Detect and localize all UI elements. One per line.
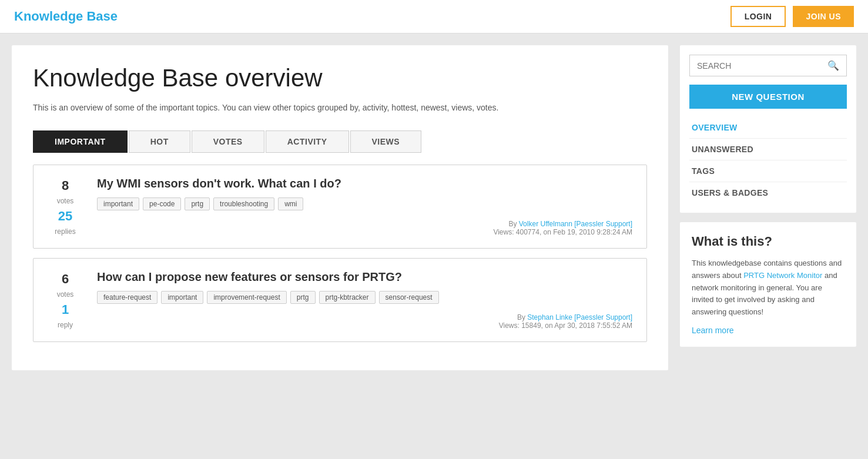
tag[interactable]: wmi <box>278 197 303 210</box>
main-layout: Knowledge Base overview This is an overv… <box>0 33 868 382</box>
question-title[interactable]: My WMI sensors don't work. What can I do… <box>97 177 632 190</box>
reply-count: 25 <box>58 210 72 223</box>
tab-activity[interactable]: ACTIVITY <box>266 130 349 153</box>
tab-important[interactable]: IMPORTANT <box>33 130 128 153</box>
reply-label: reply <box>58 321 73 329</box>
question-title[interactable]: How can I propose new features or sensor… <box>97 270 632 284</box>
vote-count: 6 <box>62 273 69 286</box>
tab-votes[interactable]: VOTES <box>192 130 264 153</box>
sidebar-item-unanswered[interactable]: UNANSWERED <box>689 139 847 160</box>
what-description: This knowledgebase contains questions an… <box>692 257 844 319</box>
page-description: This is an overview of some of the impor… <box>33 102 647 114</box>
sidebar-item-overview[interactable]: OVERVIEW <box>689 117 847 139</box>
reply-label: replies <box>55 227 75 236</box>
tags-row: important pe-code prtg troubleshooting w… <box>97 197 632 210</box>
sidebar: 🔍 NEW QUESTION OVERVIEW UNANSWERED TAGS … <box>680 45 856 370</box>
site-logo[interactable]: Knowledge Base <box>14 9 118 24</box>
search-icon: 🔍 <box>827 60 839 71</box>
author-link[interactable]: Volker Uffelmann [Paessler Support] <box>519 220 632 228</box>
what-panel: What is this? This knowledgebase contain… <box>680 222 856 347</box>
question-body: How can I propose new features or sensor… <box>97 270 632 330</box>
question-views-date: Views: 15849, on Apr 30, 2018 7:55:52 AM <box>499 321 632 330</box>
question-card: 8 votes 25 replies My WMI sensors don't … <box>33 165 647 249</box>
question-body: My WMI sensors don't work. What can I do… <box>97 177 632 236</box>
tag[interactable]: prtg-kbtracker <box>319 291 376 304</box>
vote-count: 8 <box>62 179 69 192</box>
search-input[interactable] <box>697 61 823 71</box>
prtg-link[interactable]: PRTG Network Monitor <box>743 271 822 280</box>
tags-row: feature-request important improvement-re… <box>97 291 632 304</box>
tab-views[interactable]: VIEWS <box>350 130 422 153</box>
tag[interactable]: important <box>97 197 139 210</box>
tag[interactable]: feature-request <box>97 291 157 304</box>
vote-reply-col: 8 votes 25 replies <box>48 177 83 236</box>
question-meta: By Volker Uffelmann [Paessler Support] V… <box>97 220 632 236</box>
page-title: Knowledge Base overview <box>33 64 647 92</box>
vote-reply-col: 6 votes 1 reply <box>48 270 83 329</box>
question-meta: By Stephan Linke [Paessler Support] View… <box>97 313 632 330</box>
tab-hot[interactable]: HOT <box>129 130 190 153</box>
header-buttons: LOGIN JOIN US <box>730 6 854 27</box>
tag[interactable]: improvement-request <box>207 291 286 304</box>
author-link[interactable]: Stephan Linke [Paessler Support] <box>527 313 632 321</box>
question-card: 6 votes 1 reply How can I propose new fe… <box>33 258 647 342</box>
sidebar-nav-panel: 🔍 NEW QUESTION OVERVIEW UNANSWERED TAGS … <box>680 45 856 213</box>
join-button[interactable]: JOIN US <box>793 6 854 27</box>
tag[interactable]: sensor-request <box>379 291 439 304</box>
sidebar-item-tags[interactable]: TAGS <box>689 160 847 182</box>
new-question-button[interactable]: NEW QUESTION <box>689 85 847 109</box>
tag[interactable]: troubleshooting <box>213 197 274 210</box>
sidebar-item-users-badges[interactable]: USERS & BADGES <box>689 182 847 203</box>
login-button[interactable]: LOGIN <box>730 6 786 27</box>
learn-more-link[interactable]: Learn more <box>692 326 844 335</box>
tag[interactable]: prtg <box>185 197 210 210</box>
tag[interactable]: important <box>161 291 203 304</box>
what-title: What is this? <box>692 234 844 249</box>
header: Knowledge Base LOGIN JOIN US <box>0 0 868 33</box>
question-views-date: Views: 400774, on Feb 19, 2010 9:28:24 A… <box>493 228 632 236</box>
vote-label: votes <box>57 290 74 299</box>
tag[interactable]: pe-code <box>143 197 181 210</box>
reply-count: 1 <box>62 303 69 316</box>
tag[interactable]: prtg <box>290 291 316 304</box>
tab-row: IMPORTANT HOT VOTES ACTIVITY VIEWS <box>33 130 647 153</box>
vote-label: votes <box>57 197 74 205</box>
search-box: 🔍 <box>689 55 847 76</box>
content-area: Knowledge Base overview This is an overv… <box>12 45 668 370</box>
